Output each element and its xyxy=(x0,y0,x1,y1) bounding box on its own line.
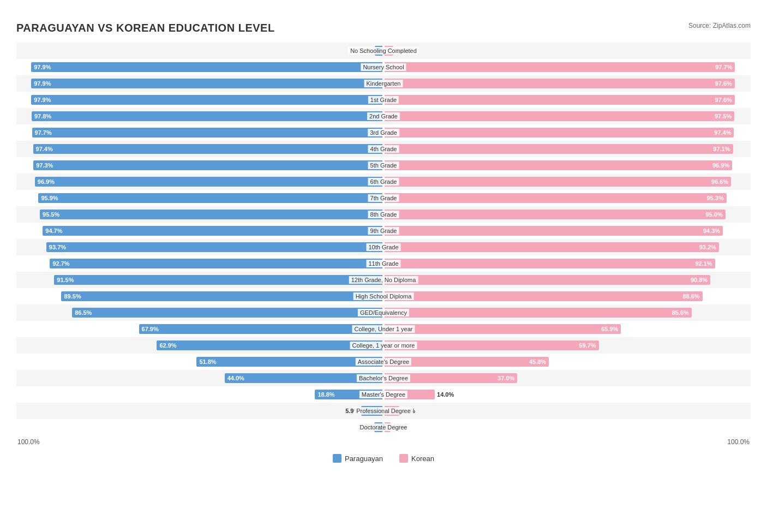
bar-left-value: 97.7% xyxy=(35,129,52,136)
bar-blue: 97.9% xyxy=(31,62,382,72)
bar-blue: 44.0% xyxy=(225,373,382,383)
bar-left-value: 5.9% xyxy=(345,408,359,414)
chart-container: PARAGUAYAN VS KOREAN EDUCATION LEVEL Sou… xyxy=(11,11,756,495)
table-row: 2.2%2.4%No Schooling Completed xyxy=(16,43,751,59)
bar-pink: 97.4% xyxy=(385,128,734,138)
bottom-right-label: 100.0% xyxy=(727,438,750,446)
bar-left-value: 97.8% xyxy=(34,113,51,119)
bar-right-value: 92.1% xyxy=(695,260,712,267)
bar-right-value: 2.4% xyxy=(396,47,409,54)
table-row: 86.5%85.6%GED/Equivalency xyxy=(16,304,751,321)
bar-blue: 91.5% xyxy=(54,275,382,285)
bar-blue: 97.7% xyxy=(32,128,382,138)
table-row: 92.7%92.1%11th Grade xyxy=(16,255,751,272)
table-row: 18.8%14.0%Master's Degree xyxy=(16,386,751,403)
bar-blue: 96.9% xyxy=(35,177,382,187)
bar-blue xyxy=(375,46,382,56)
table-row: 97.7%97.4%3rd Grade xyxy=(16,124,751,141)
bar-blue: 18.8% xyxy=(315,390,382,399)
legend-paraguayan-label: Paraguayan xyxy=(345,455,383,463)
table-row: 44.0%37.0%Bachelor's Degree xyxy=(16,370,751,386)
table-row: 94.7%94.3%9th Grade xyxy=(16,223,751,239)
bar-right-value: 95.3% xyxy=(706,195,723,201)
legend-pink-box xyxy=(399,454,408,463)
bar-blue: 97.8% xyxy=(32,111,382,121)
table-row: 5.9%4.1%Professional Degree xyxy=(16,403,751,419)
bar-left-value: 89.5% xyxy=(64,293,81,300)
bar-right-value: 45.8% xyxy=(529,358,546,365)
table-row: 2.3%1.7%Doctorate Degree xyxy=(16,419,751,435)
bar-pink: 95.3% xyxy=(385,193,727,203)
bar-pink: 94.3% xyxy=(385,226,723,236)
bar-right-value: 94.3% xyxy=(703,228,720,234)
bar-left-value: 2.2% xyxy=(358,47,372,54)
bar-pink: 88.6% xyxy=(385,291,703,301)
table-row: 95.5%95.0%8th Grade xyxy=(16,206,751,223)
bar-pink xyxy=(385,46,393,56)
bar-blue: 94.7% xyxy=(43,226,382,236)
bar-right-value: 97.4% xyxy=(714,129,731,136)
bar-right-value: 97.7% xyxy=(715,64,732,70)
legend-blue-box xyxy=(333,454,341,463)
bar-blue: 89.5% xyxy=(61,291,382,301)
bar-left-value: 93.7% xyxy=(49,244,66,250)
bar-pink: 97.6% xyxy=(385,95,735,105)
bar-blue xyxy=(374,422,382,432)
bar-pink: 97.1% xyxy=(385,144,733,154)
bar-pink: 85.6% xyxy=(385,308,692,318)
bar-pink: 96.9% xyxy=(385,160,732,170)
table-row: 97.9%97.6%1st Grade xyxy=(16,92,751,108)
legend: Paraguayan Korean xyxy=(16,454,751,463)
bar-left-value: 91.5% xyxy=(57,277,74,283)
table-row: 97.3%96.9%5th Grade xyxy=(16,157,751,174)
bar-blue: 51.8% xyxy=(196,357,382,367)
chart-title: PARAGUAYAN VS KOREAN EDUCATION LEVEL xyxy=(16,22,751,34)
bar-pink xyxy=(385,406,399,416)
table-row: 91.5%90.8%12th Grade, No Diploma xyxy=(16,272,751,288)
bar-blue: 62.9% xyxy=(157,340,382,350)
bar-pink xyxy=(385,422,391,432)
bar-right-value: 1.7% xyxy=(393,424,406,431)
bar-blue: 97.9% xyxy=(31,79,382,88)
source-label: Source: ZipAtlas.com xyxy=(688,22,751,29)
bar-right-value: 97.1% xyxy=(713,146,730,152)
bar-right-value: 4.1% xyxy=(402,408,415,414)
bar-right-value: 88.6% xyxy=(682,293,699,300)
bar-pink: 97.7% xyxy=(385,62,735,72)
bar-blue xyxy=(361,406,382,416)
bar-right-value: 97.6% xyxy=(715,97,732,103)
bar-pink: 95.0% xyxy=(385,210,726,219)
bar-right-value: 85.6% xyxy=(672,309,689,316)
table-row: 97.9%97.7%Nursery School xyxy=(16,59,751,75)
bar-right-value: 65.9% xyxy=(601,326,618,332)
bar-left-value: 2.3% xyxy=(358,424,372,431)
bar-blue: 67.9% xyxy=(139,324,382,334)
bar-pink: 93.2% xyxy=(385,242,719,252)
table-row: 95.9%95.3%7th Grade xyxy=(16,190,751,206)
bar-left-value: 97.3% xyxy=(36,162,53,169)
bar-blue: 86.5% xyxy=(72,308,382,318)
bar-pink: 65.9% xyxy=(385,324,621,334)
bar-pink: 45.8% xyxy=(385,357,549,367)
bar-right-value: 90.8% xyxy=(691,277,708,283)
bar-pink xyxy=(385,390,435,399)
bar-pink: 59.7% xyxy=(385,340,599,350)
legend-paraguayan: Paraguayan xyxy=(333,454,383,463)
table-row: 96.9%96.6%6th Grade xyxy=(16,174,751,190)
table-row: 51.8%45.8%Associate's Degree xyxy=(16,354,751,370)
bar-left-value: 97.9% xyxy=(34,97,51,103)
bar-right-value: 96.6% xyxy=(711,178,728,185)
bar-left-value: 97.9% xyxy=(34,64,51,70)
bar-left-value: 18.8% xyxy=(317,391,334,398)
bar-left-value: 67.9% xyxy=(142,326,159,332)
bar-right-value: 59.7% xyxy=(579,342,596,349)
bar-left-value: 51.8% xyxy=(199,358,216,365)
bar-left-value: 95.5% xyxy=(43,211,59,218)
bar-left-value: 97.4% xyxy=(36,146,53,152)
bar-left-value: 94.7% xyxy=(45,228,62,234)
bar-blue: 93.7% xyxy=(46,242,382,252)
bar-left-value: 97.9% xyxy=(34,80,51,87)
bottom-labels: 100.0% 100.0% xyxy=(16,438,751,446)
legend-korean: Korean xyxy=(399,454,434,463)
table-row: 97.8%97.5%2nd Grade xyxy=(16,108,751,124)
